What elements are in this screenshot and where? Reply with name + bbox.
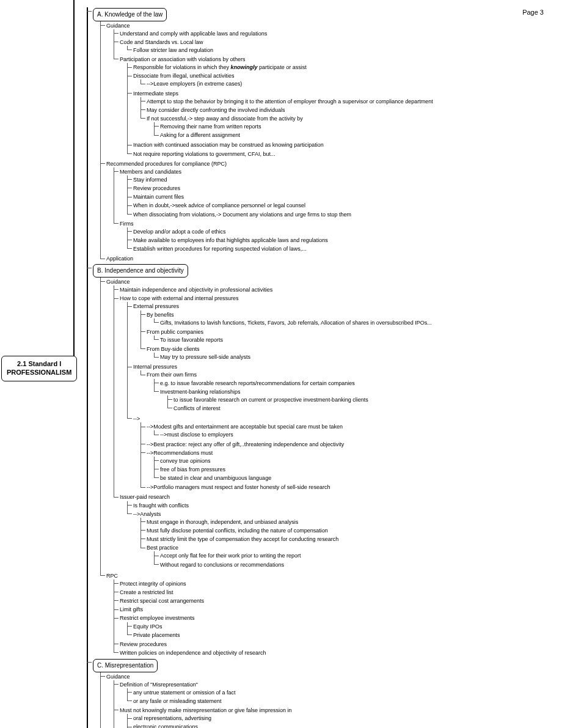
b-ext-buy-d: May try to pressure sell-side analysts [160,354,250,360]
c-k2: electronic communications [133,724,198,728]
b-iss-an2: Must fully disclose potential conflicts,… [147,528,328,534]
b-ext: External pressures [133,303,179,309]
c-k1: oral representations, advertising [133,715,211,721]
b-iss1: Is fraught with conflicts [133,502,189,509]
b-ext-buy: From Buy-side clients [147,346,200,352]
a-p2: Dissociate from illegal, unethical activ… [133,73,235,79]
root-node: 2.1 Standard I PROFESSIONALISM [1,356,77,381]
a-g1: Understand and comply with applicable la… [120,31,267,37]
a-i3b: Asking for a different assignment [160,132,240,138]
b-r3: Restrict special cost arrangements [120,598,204,604]
b-ext-pub-d: To issue favorable reports [160,337,223,343]
b-ext-ben: By benefits [147,312,174,318]
a-f1: Develop and/or adopt a code of ethics [133,229,226,235]
c-def: Definition of "Misrepresentation" [120,682,198,688]
root-line1: 2.1 Standard I [17,360,61,367]
a-participation: Participation or association with violat… [120,56,246,62]
b-int-ib2: Conflicts of interest [173,405,221,411]
mindmap-tree: A. Knowledge of the law Guidance Underst… [78,7,557,728]
b-int-own: From their own firms [147,372,197,378]
b-r5: Restrict employee investments [120,615,195,621]
b-ext-ben-d: Gifts, Invitations to lavish functions, … [160,320,432,326]
a-application: Application [106,256,133,262]
a-guidance: Guidance [106,23,130,29]
a-p2a: -->Leave employers (in extreme cases) [147,81,242,87]
b-rpc: RPC [106,573,118,579]
b-int-ib: Investment-banking relationships [160,389,241,395]
b-r4: Limit gifts [120,606,143,612]
a-f3: Establish written procedures for reporti… [133,246,307,252]
a-mc1: Stay informed [133,177,167,183]
c-guidance: Guidance [106,674,130,680]
b-iss-bp: Best practice [147,545,178,551]
b-guidance: Guidance [106,279,130,285]
a-p1: Responsible for violations in which they… [133,64,307,70]
b-r5b: Private placements [133,632,180,638]
a-mc4: When in doubt,->seek advice of complianc… [133,202,305,208]
b-iss-bp2: Without regard to conclusions or recomme… [160,562,284,568]
a-intermediate: Intermediate steps [133,90,178,97]
b-rec2: free of bias from pressures [160,466,225,472]
b-int: Internal pressures [133,364,177,370]
a-mc: Members and candidates [120,169,181,175]
c-def2: or any fasle or misleading statement [133,698,222,704]
a-mc5: When dissociating from violations,-> Doc… [133,211,351,218]
b-a2: -->Best practice: reject any offer of gi… [147,441,344,447]
b-iss-an: -->Analysts [133,511,161,517]
b-r6: Review procedures [120,641,167,647]
b-iss-bp1: Accept only flat fee for their work prio… [160,553,301,559]
a-i3: If not successful,-> step away and disso… [147,116,303,122]
b-iss: Issuer-paid research [120,494,170,500]
a-i2: May consider directly confronting the in… [147,107,285,113]
b-rec3: be stated in clear and unambiguous langu… [160,475,271,481]
b-arrow: --> [133,416,140,422]
b-a3: -->Portfolio managers must respect and f… [147,484,330,490]
section-c: C. Misrepresentation [93,659,158,672]
b-g1: Maintain independence and objectivity in… [120,287,272,293]
b-r2: Create a restricted list [120,589,173,595]
b-iss-an1: Must engage in thorough, independent, an… [147,519,298,525]
a-rpc: Recommended procedures for compliance (R… [106,161,227,167]
a-p4: Not require reporting violations to gove… [133,151,276,157]
a-i1: Attempt to stop the behavior by bringing… [147,98,433,105]
a-g2: Code and Standards vs. Local law [120,39,203,45]
b-ext-pub: From public companies [147,329,203,335]
a-firms: Firms [120,221,134,227]
a-mc2: Review procedures [133,185,180,191]
a-g2a: Follow stricter law and regulation [133,47,213,53]
b-a1a: -->must disclose to employers [160,432,233,438]
a-p3: Inaction with continued association may … [133,142,324,148]
section-a: A. Knowledge of the law [93,8,167,21]
b-r5a: Equity IPOs [133,623,162,630]
a-f2: Make available to employees info that hi… [133,237,328,243]
a-i3a: Removing their name from written reports [160,123,261,130]
a-mc3: Maintain current files [133,194,184,200]
b-r7: Written policies on independence and obj… [120,650,266,656]
b-r1: Protect integrity of opinions [120,581,186,587]
b-rec: -->Recommendations must [147,450,213,456]
b-iss-an3: Must strictly limit the type of compensa… [147,536,338,542]
b-int-ib1: to issue favorable research on current o… [173,397,368,403]
b-rec1: convey true opinions [160,458,211,464]
root-line2: PROFESSIONALISM [7,369,71,376]
c-know: Must not knowingly make misrepresentatio… [120,707,292,713]
b-cope: How to cope with external and internal p… [120,295,239,301]
c-def1: any untrue statement or omission of a fa… [133,689,236,696]
b-a1: -->Modest gifts and entertainment are ac… [147,424,343,430]
b-int-own-eg: e.g. to issue favorable research reports… [160,380,355,386]
section-b: B. Independence and objectivity [93,264,188,278]
